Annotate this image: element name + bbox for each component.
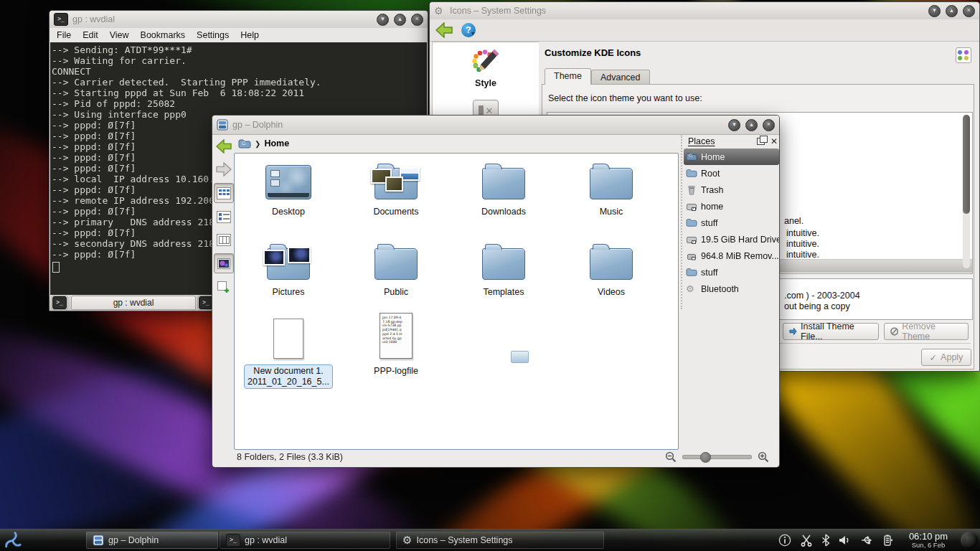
file-item-public[interactable]: Public (346, 237, 446, 298)
maximize-button[interactable]: ▴ (946, 5, 958, 17)
device-notifier-usb-icon[interactable] (860, 534, 873, 546)
style-icon (471, 48, 501, 75)
file-item-videos[interactable]: Videos (561, 237, 661, 298)
zoom-out-icon[interactable] (665, 451, 677, 463)
menu-file[interactable]: File (57, 30, 71, 40)
new-tab-button[interactable]: >_ (51, 296, 68, 310)
icon-grid-button[interactable] (956, 47, 971, 63)
terminal-icon: >_ (54, 13, 68, 26)
file-item-pictures[interactable]: Pictures (238, 237, 339, 298)
theme-list-text: intuitive. (786, 239, 819, 249)
place-hard-drive[interactable]: / 19.5 GiB Hard Drive (684, 231, 779, 248)
theme-list-text: anel. (784, 216, 804, 226)
file-item-downloads[interactable]: Downloads (453, 156, 554, 217)
panel-cashew-icon[interactable] (961, 532, 978, 549)
zoom-slider-handle[interactable] (700, 452, 711, 463)
close-panel-icon[interactable]: ✕ (771, 138, 778, 145)
remove-theme-button[interactable]: Remove Theme (884, 323, 969, 340)
minimize-button[interactable]: ▾ (728, 119, 740, 131)
file-item-desktop[interactable]: Desktop (238, 156, 339, 217)
place-trash[interactable]: Trash (684, 182, 779, 198)
digital-clock[interactable]: 06:10 pm Sun, 6 Feb (900, 532, 956, 549)
menu-settings[interactable]: Settings (197, 30, 229, 40)
app-launcher-icon[interactable] (3, 531, 22, 550)
install-theme-button[interactable]: Install Theme File... (783, 323, 879, 340)
maximize-button[interactable]: ▴ (394, 14, 406, 26)
float-panel-icon[interactable] (757, 138, 765, 145)
sidebar-item-style[interactable]: Style (433, 42, 539, 88)
tab-advanced[interactable]: Advanced (591, 70, 650, 85)
back-arrow-icon (216, 139, 232, 154)
task-konsole[interactable]: >_ gp : wvdial (220, 532, 390, 549)
details-view-button[interactable] (215, 207, 233, 226)
system-settings-titlebar[interactable]: ⚙ Icons – System Settings ▾ ▴ × (430, 2, 979, 20)
bluetooth-tray-icon[interactable] (821, 534, 830, 547)
back-arrow-icon[interactable] (435, 22, 453, 38)
place-home[interactable]: ⌂ Home (684, 149, 779, 165)
icons-view-button[interactable] (214, 183, 234, 203)
menu-help[interactable]: Help (240, 30, 259, 40)
page-title: Customize KDE Icons (545, 47, 977, 58)
menu-bookmarks[interactable]: Bookmarks (141, 30, 186, 40)
tab-theme[interactable]: Theme (545, 68, 591, 85)
file-item-music[interactable]: Music (561, 156, 661, 217)
split-view-button[interactable] (215, 278, 233, 296)
theme-description-text: out being a copy (784, 301, 850, 311)
scrollbar-handle[interactable] (963, 115, 970, 214)
place-home-device[interactable]: / home (684, 198, 779, 215)
home-folder-icon[interactable]: ⌂ (238, 138, 251, 149)
scrollbar[interactable] (963, 115, 970, 268)
terminal-icon: >_ (52, 296, 67, 309)
place-stuff-1[interactable]: stuff (684, 215, 779, 231)
terminal-cursor (52, 262, 60, 273)
minimize-button[interactable]: ▾ (928, 5, 941, 17)
apply-button[interactable]: ✓ Apply (921, 349, 971, 366)
file-item-new-document[interactable]: New document 1. 2011_01_20_16_5... (238, 313, 339, 389)
zoom-slider[interactable] (682, 455, 752, 459)
folder-icon (686, 168, 697, 179)
dolphin-titlebar[interactable]: gp – Dolphin ▾ ▴ × (212, 116, 779, 135)
status-text: 8 Folders, 2 Files (3.3 KiB) (237, 452, 665, 462)
desktop-screen: >_ gp : wvdial ▾ ▴ × File Edit View Book… (0, 0, 980, 551)
task-dolphin[interactable]: gp – Dolphin (86, 532, 218, 549)
konsole-tab[interactable]: gp : wvdial (71, 296, 196, 310)
zoom-controls (665, 451, 769, 463)
dolphin-title: gp – Dolphin (232, 120, 724, 130)
trash-icon (686, 184, 697, 196)
place-stuff-2[interactable]: stuff (684, 264, 779, 281)
back-button[interactable] (215, 137, 233, 156)
file-item-ppp-logfile[interactable]: Jan 17 09:4 7:18 gp-Asp ire-5738 pp pd[1… (346, 313, 446, 377)
no-entry-icon (890, 327, 898, 336)
close-button[interactable]: × (411, 14, 423, 26)
place-removable[interactable]: 964.8 MiB Remov... (684, 248, 779, 264)
breadcrumb-home[interactable]: Home (264, 138, 289, 149)
battery-tray-icon[interactable] (882, 534, 893, 547)
file-item-templates[interactable]: Templates (453, 237, 554, 298)
dolphin-file-view[interactable]: Desktop Documents Downloads Music (234, 153, 679, 450)
folder-icon (374, 248, 418, 280)
task-system-settings[interactable]: ⚙ Icons – System Settings (396, 532, 604, 549)
file-item-documents[interactable]: Documents (346, 156, 446, 217)
close-button[interactable]: × (963, 5, 975, 17)
terminal-icon: >_ (199, 296, 213, 309)
konsole-titlebar[interactable]: >_ gp : wvdial ▾ ▴ × (50, 11, 428, 29)
columns-view-button[interactable] (215, 230, 233, 249)
preview-button[interactable] (214, 253, 234, 273)
volume-tray-icon[interactable] (839, 534, 852, 546)
minimize-button[interactable]: ▾ (377, 14, 389, 26)
konsole-tab-label: gp : wvdial (113, 298, 154, 308)
drag-ghost (511, 351, 529, 363)
maximize-button[interactable]: ▴ (745, 119, 758, 131)
icons-view-icon (217, 187, 231, 199)
info-tray-icon[interactable] (778, 534, 791, 547)
zoom-in-icon[interactable] (758, 451, 769, 463)
place-root[interactable]: Root (684, 165, 779, 182)
forward-button[interactable] (215, 160, 233, 179)
klipper-scissors-icon[interactable] (800, 534, 813, 547)
places-title: Places (688, 136, 757, 146)
menu-view[interactable]: View (110, 30, 129, 40)
menu-edit[interactable]: Edit (83, 30, 98, 40)
place-bluetooth[interactable]: ⚙ Bluetooth (684, 281, 779, 297)
konsole-title: gp : wvdial (72, 14, 372, 24)
close-button[interactable]: × (763, 119, 775, 131)
